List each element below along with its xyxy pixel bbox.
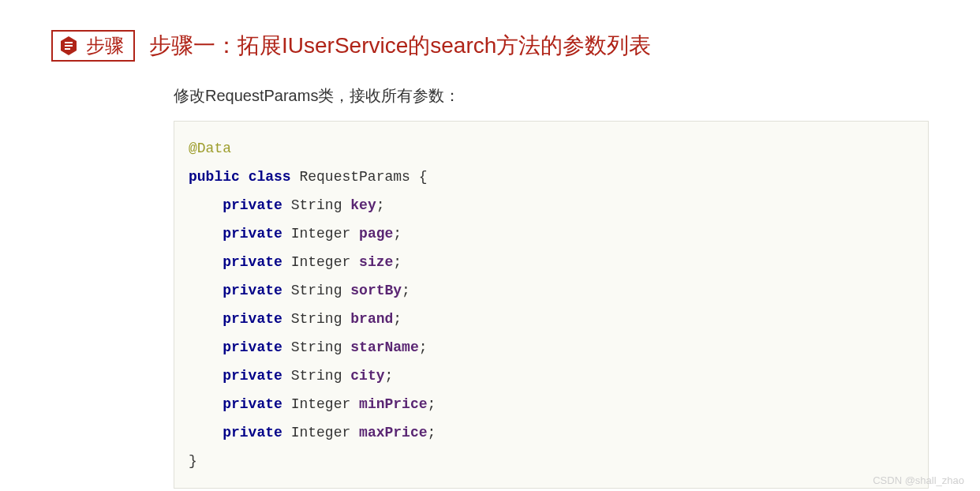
- kw-private: private: [223, 283, 282, 298]
- steps-icon: [58, 35, 80, 57]
- step-title: 步骤一：拓展IUserService的search方法的参数列表: [149, 31, 651, 61]
- field-type: Integer: [291, 254, 351, 270]
- watermark: CSDN @shall_zhao: [873, 474, 964, 486]
- semicolon: ;: [428, 396, 436, 412]
- kw-private: private: [223, 339, 282, 355]
- svg-rect-2: [65, 45, 73, 47]
- kw-public: public: [189, 169, 240, 185]
- description-text: 修改RequestParams类，接收所有参数：: [174, 85, 929, 107]
- kw-private: private: [223, 254, 282, 270]
- field-type: String: [291, 311, 342, 327]
- semicolon: ;: [419, 339, 428, 355]
- kw-class: class: [249, 169, 291, 185]
- field-name: starName: [350, 339, 418, 355]
- class-name: RequestParams: [299, 169, 410, 185]
- semicolon: ;: [393, 226, 402, 242]
- code-annotation: @Data: [189, 141, 231, 156]
- field-type: String: [291, 339, 342, 355]
- kw-private: private: [223, 396, 282, 412]
- code-block: @Data public class RequestParams { priva…: [174, 121, 929, 489]
- kw-private: private: [223, 425, 282, 440]
- header-row: 步骤 步骤一：拓展IUserService的search方法的参数列表: [51, 30, 929, 62]
- field-type: Integer: [291, 226, 351, 242]
- kw-private: private: [223, 368, 282, 384]
- step-badge: 步骤: [51, 30, 135, 62]
- field-name: sortBy: [350, 283, 402, 298]
- svg-rect-3: [65, 48, 70, 50]
- semicolon: ;: [402, 283, 410, 298]
- kw-private: private: [223, 226, 282, 242]
- semicolon: ;: [385, 368, 394, 384]
- field-type: String: [291, 283, 342, 298]
- field-type: String: [291, 197, 342, 213]
- field-name: minPrice: [359, 396, 427, 412]
- field-name: key: [350, 197, 376, 213]
- field-name: brand: [350, 311, 393, 327]
- brace-open: {: [410, 169, 428, 185]
- semicolon: ;: [393, 254, 402, 270]
- field-type: Integer: [291, 396, 351, 412]
- field-name: page: [359, 226, 393, 242]
- field-type: Integer: [291, 425, 351, 440]
- brace-close: }: [189, 453, 197, 469]
- semicolon: ;: [393, 311, 402, 327]
- svg-rect-1: [65, 42, 73, 43]
- field-name: size: [359, 254, 393, 270]
- field-name: maxPrice: [359, 425, 427, 440]
- kw-private: private: [223, 311, 282, 327]
- badge-label: 步骤: [86, 33, 124, 58]
- semicolon: ;: [376, 197, 385, 213]
- kw-private: private: [223, 197, 282, 213]
- semicolon: ;: [428, 425, 436, 440]
- field-name: city: [350, 368, 384, 384]
- field-type: String: [291, 368, 342, 384]
- content-area: 修改RequestParams类，接收所有参数： @Data public cl…: [174, 85, 929, 489]
